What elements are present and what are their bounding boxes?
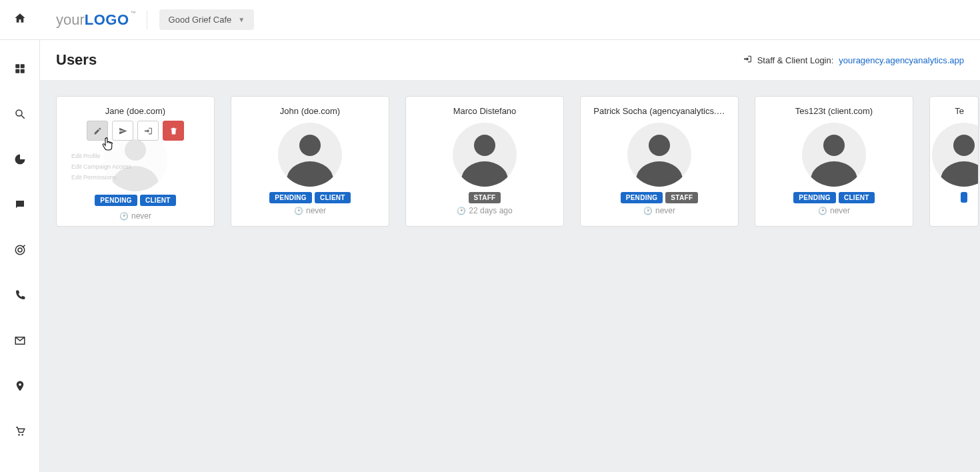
ghost-menu: Edit Profile Edit Campaign Access Edit P…	[71, 153, 131, 181]
user-name: Tes123t (client.com)	[795, 106, 873, 116]
badge-staff: STAFF	[469, 192, 501, 203]
last-seen-text: never	[830, 206, 850, 215]
badge-staff: STAFF	[665, 192, 698, 203]
user-name: John (doe.com)	[280, 106, 340, 116]
card-hover-overlay: Edit Profile Edit Campaign Access Edit P…	[57, 121, 214, 201]
content: Jane (doe.com)	[40, 80, 980, 472]
svg-point-9	[18, 434, 19, 435]
last-seen: 🕑 22 days ago	[457, 206, 512, 215]
avatar-icon	[802, 123, 866, 187]
login-url-link[interactable]: youragency.agencyanalytics.app	[839, 55, 964, 65]
last-seen: 🕑 never	[818, 206, 850, 215]
login-label: Staff & Client Login:	[757, 55, 834, 65]
logo-tm: ™	[131, 10, 136, 16]
user-card[interactable]: Jane (doe.com)	[56, 96, 215, 227]
page-head: Users Staff & Client Login: youragency.a…	[40, 40, 980, 80]
badge-client: CLIENT	[315, 192, 351, 203]
svg-point-4	[16, 110, 22, 116]
badge-client: CLIENT	[839, 192, 875, 203]
cursor-hand-icon	[101, 137, 113, 154]
badge-pending: PENDING	[793, 192, 836, 203]
sidebar-item-calls[interactable]	[7, 283, 33, 308]
badge-pending: PENDING	[95, 195, 137, 206]
clock-icon: 🕑	[457, 207, 466, 215]
page-title: Users	[56, 51, 97, 69]
card-action-row	[87, 121, 184, 141]
clock-icon: 🕑	[643, 207, 653, 215]
body: Users Staff & Client Login: youragency.a…	[0, 40, 980, 472]
clock-icon: 🕑	[119, 212, 129, 221]
sidebar-group-top	[7, 56, 33, 444]
badges: PENDING CLIENT	[269, 192, 351, 203]
avatar-icon	[278, 123, 342, 187]
svg-rect-1	[20, 64, 24, 68]
sidebar-item-email[interactable]	[7, 328, 33, 353]
last-seen-text: never	[306, 206, 326, 215]
caret-down-icon: ▼	[238, 16, 245, 23]
header-home-slot	[0, 12, 40, 27]
svg-rect-2	[15, 69, 19, 73]
app-logo: yourLOGO™	[56, 11, 135, 29]
last-seen-text: never	[655, 206, 675, 215]
sidebar-item-analytics[interactable]	[7, 147, 33, 172]
badge-pending: PENDING	[621, 192, 663, 203]
avatar-icon	[627, 123, 691, 187]
last-seen: 🕑 never	[57, 211, 214, 221]
badge-client: CLIENT	[140, 195, 176, 206]
delete-button[interactable]	[163, 121, 184, 141]
clock-icon: 🕑	[818, 207, 827, 215]
badges: PENDING CLIENT	[57, 195, 214, 206]
user-name: Patrick Socha (agencyanalytics.…	[593, 106, 725, 116]
svg-point-8	[19, 383, 21, 386]
clock-icon: 🕑	[294, 207, 303, 215]
badges: PENDING CLIENT	[793, 192, 875, 203]
app-header: yourLOGO™ Good Grief Cafe ▼	[0, 0, 980, 40]
user-card[interactable]: John (doe.com) PENDING CLIENT 🕑 never	[231, 96, 389, 227]
avatar-icon	[453, 123, 517, 187]
avatar-icon	[932, 123, 979, 187]
svg-rect-0	[15, 64, 19, 68]
last-seen: 🕑 never	[643, 206, 675, 215]
home-icon[interactable]	[14, 12, 26, 27]
campaign-select-label: Good Grief Cafe	[169, 15, 232, 25]
svg-rect-3	[20, 69, 24, 73]
user-cards-row: Jane (doe.com)	[56, 96, 964, 227]
last-seen-text: never	[131, 211, 151, 221]
sidebar-item-messages[interactable]	[7, 192, 33, 217]
badge-partial	[961, 192, 967, 203]
user-card[interactable]: Marco Distefano STAFF 🕑 22 days ago	[405, 96, 564, 227]
logo-prefix: your	[56, 11, 85, 29]
send-button[interactable]	[112, 121, 133, 141]
login-info: Staff & Client Login: youragency.agencya…	[743, 55, 964, 65]
user-card[interactable]: Patrick Socha (agencyanalytics.… PENDING…	[580, 96, 739, 227]
sidebar	[0, 40, 40, 472]
sidebar-item-search[interactable]	[7, 101, 33, 127]
campaign-select[interactable]: Good Grief Cafe ▼	[159, 9, 255, 30]
badges: STAFF	[469, 192, 501, 203]
user-card[interactable]: Tes123t (client.com) PENDING CLIENT 🕑 ne…	[755, 96, 913, 227]
sidebar-item-target[interactable]	[7, 237, 33, 263]
ghost-menu-item: Edit Permissions	[71, 174, 131, 181]
badges: PENDING STAFF	[621, 192, 699, 203]
svg-point-7	[18, 248, 22, 252]
ghost-menu-item: Edit Campaign Access	[71, 163, 131, 170]
sidebar-item-ecommerce[interactable]	[7, 419, 33, 444]
login-as-button[interactable]	[137, 121, 159, 141]
user-name: Jane (doe.com)	[105, 106, 165, 116]
svg-line-5	[21, 115, 25, 119]
user-name: Te	[955, 106, 964, 116]
logo-bold: LOGO	[85, 11, 129, 29]
last-seen: 🕑 never	[294, 206, 326, 215]
badges	[961, 192, 967, 203]
sidebar-item-location[interactable]	[7, 373, 33, 399]
main: Users Staff & Client Login: youragency.a…	[40, 40, 980, 472]
login-icon	[743, 55, 752, 65]
sidebar-item-dashboard[interactable]	[7, 56, 33, 81]
badge-pending: PENDING	[269, 192, 312, 203]
last-seen-text: 22 days ago	[469, 206, 512, 215]
user-card-partial[interactable]: Te	[929, 96, 979, 227]
svg-point-10	[21, 434, 23, 435]
header-separator	[147, 11, 147, 29]
user-name: Marco Distefano	[453, 106, 517, 116]
